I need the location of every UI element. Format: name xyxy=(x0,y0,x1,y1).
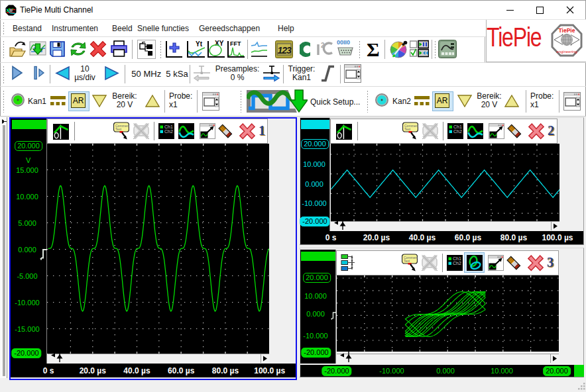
svg-text:Yt: Yt xyxy=(196,40,203,48)
svg-text:Ch2: Ch2 xyxy=(453,129,462,134)
svg-text:engineering: engineering xyxy=(556,50,577,54)
svg-text:Text: Text xyxy=(115,127,122,131)
svg-text:Text: Text xyxy=(404,127,411,131)
svg-text:00II0: 00II0 xyxy=(337,39,350,46)
svg-text:Ch2: Ch2 xyxy=(164,129,173,134)
svg-text:Ch1: Ch1 xyxy=(453,124,462,129)
svg-text:Ch2: Ch2 xyxy=(453,261,461,266)
svg-text:Text: Text xyxy=(404,259,410,263)
svg-text:2: 2 xyxy=(321,42,325,49)
svg-text:Ch1: Ch1 xyxy=(453,256,461,261)
svg-text:Σ: Σ xyxy=(367,39,380,59)
svg-text:FFT: FFT xyxy=(230,40,241,47)
svg-text:123: 123 xyxy=(278,45,292,56)
svg-text:Ch1: Ch1 xyxy=(164,124,173,129)
svg-text:TiePie: TiePie xyxy=(559,27,575,34)
